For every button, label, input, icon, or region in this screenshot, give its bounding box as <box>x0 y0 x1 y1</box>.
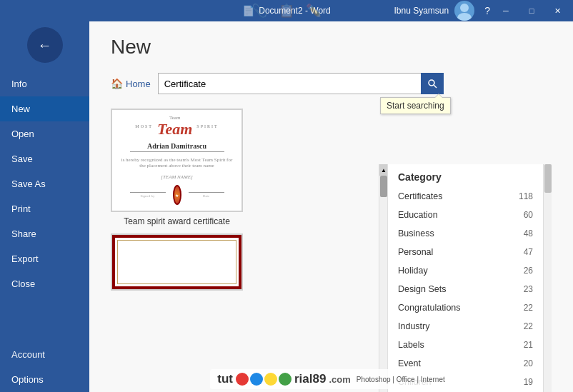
category-item-holiday[interactable]: Holiday 26 <box>388 261 543 280</box>
search-icon <box>427 79 437 89</box>
cert-team-label: Team <box>157 121 192 137</box>
category-item-business[interactable]: Business 48 <box>388 224 543 243</box>
svg-point-2 <box>429 80 434 86</box>
svg-point-1 <box>457 13 472 21</box>
category-item-labels[interactable]: Labels 21 <box>388 336 543 354</box>
search-input[interactable] <box>158 73 444 94</box>
category-name-children: Children <box>398 377 432 387</box>
search-tooltip: Start searching <box>380 97 451 114</box>
avatar <box>454 1 474 21</box>
category-name-event: Event <box>398 358 421 368</box>
category-item-designsets[interactable]: Design Sets 23 <box>388 280 543 298</box>
category-item-certificates[interactable]: Certificates 118 <box>388 187 543 206</box>
sidebar-item-options[interactable]: Options <box>0 367 89 392</box>
page-title: New <box>111 36 552 59</box>
sidebar-item-save[interactable]: Save <box>0 146 89 171</box>
restore-button[interactable]: □ <box>522 3 542 19</box>
sidebar-item-saveas[interactable]: Save As <box>0 171 89 196</box>
category-count-children: 19 <box>524 377 533 387</box>
category-title: Category <box>388 164 543 187</box>
sidebar-item-new[interactable]: New <box>0 96 89 121</box>
title-bar: 📄 Document2 - Word 📎 📋 ✏️ Ibnu Syamsun ?… <box>0 0 573 21</box>
category-name-designsets: Design Sets <box>398 284 446 294</box>
home-link[interactable]: 🏠 Home <box>111 78 151 89</box>
cert-subtitle: is hereby recognized as the team's Most … <box>118 157 236 169</box>
back-button[interactable]: ← <box>27 27 63 63</box>
cert-name: Adrian Damitrascu <box>130 142 224 152</box>
template-card-1[interactable]: MOST Team Team SPIRIT Adrian Damitrascu … <box>111 109 243 226</box>
sidebar-item-open[interactable]: Open <box>0 121 89 146</box>
category-scrollbar-area: Category Certificates 118 Education 60 B… <box>388 164 552 392</box>
category-count-congratulations: 22 <box>524 303 533 313</box>
category-count-industry: 22 <box>524 321 533 331</box>
help-icon[interactable]: ? <box>484 5 490 16</box>
category-panel: Category Certificates 118 Education 60 B… <box>387 164 552 392</box>
category-count-personal: 47 <box>524 247 533 257</box>
sidebar-item-close[interactable]: Close <box>0 271 89 296</box>
category-name-personal: Personal <box>398 247 433 257</box>
search-area: 🏠 Home Start searching <box>111 73 552 94</box>
category-count-holiday: 26 <box>524 266 533 276</box>
category-count-designsets: 23 <box>524 284 533 294</box>
home-icon: 🏠 <box>111 78 123 89</box>
cert-seal: ★ <box>173 185 181 205</box>
category-count-certificates: 118 <box>519 191 533 201</box>
category-count-education: 60 <box>524 210 533 220</box>
close-button[interactable]: ✕ <box>547 3 567 19</box>
template-label-1: Team spirit award certificate <box>111 216 243 226</box>
sidebar-item-info[interactable]: Info <box>0 71 89 96</box>
cert-most-label: MOST <box>135 124 153 129</box>
category-item-congratulations[interactable]: Congratulations 22 <box>388 298 543 317</box>
category-count-business: 48 <box>524 228 533 238</box>
back-arrow-icon: ← <box>38 37 52 54</box>
sidebar-nav: Info New Open Save Save As Print Share E… <box>0 71 89 296</box>
category-count-labels: 21 <box>524 340 533 350</box>
category-scroll-thumb[interactable] <box>544 164 552 193</box>
category-name-labels: Labels <box>398 340 424 350</box>
cert-team-name: [TEAM NAME] <box>161 174 193 180</box>
search-button[interactable] <box>421 73 444 94</box>
sidebar-item-share[interactable]: Share <box>0 221 89 246</box>
category-item-industry[interactable]: Industry 22 <box>388 317 543 336</box>
svg-point-0 <box>460 4 469 12</box>
scroll-thumb[interactable] <box>380 176 387 197</box>
category-name-business: Business <box>398 228 434 238</box>
category-name-certificates: Certificates <box>398 191 443 201</box>
template-card-2[interactable] <box>111 233 243 291</box>
main-content: New 🏠 Home Start searching <box>89 21 573 392</box>
sidebar-item-export[interactable]: Export <box>0 246 89 271</box>
category-item-personal[interactable]: Personal 47 <box>388 243 543 261</box>
minimize-button[interactable]: ─ <box>496 3 516 19</box>
template-thumb-1: MOST Team Team SPIRIT Adrian Damitrascu … <box>111 109 243 212</box>
category-scrollbar <box>543 164 552 392</box>
sidebar-item-account[interactable]: Account <box>0 342 89 367</box>
category-item-education[interactable]: Education 60 <box>388 206 543 224</box>
cert-spirit-label: SPIRIT <box>196 124 218 129</box>
category-count-event: 20 <box>524 358 533 368</box>
category-name-congratulations: Congratulations <box>398 303 461 313</box>
category-name-holiday: Holiday <box>398 266 428 276</box>
main-scrollbar: ▲ ▼ <box>379 164 387 392</box>
breadcrumb-home: Home <box>126 79 151 89</box>
category-name-education: Education <box>398 210 438 220</box>
category-item-children[interactable]: Children 19 <box>388 373 543 391</box>
tooltip-text: Start searching <box>387 101 444 111</box>
category-content: Category Certificates 118 Education 60 B… <box>388 164 543 392</box>
user-name: Ibnu Syamsun <box>394 6 449 16</box>
search-box-wrapper: Start searching <box>158 73 444 94</box>
sidebar-item-print[interactable]: Print <box>0 196 89 221</box>
category-name-industry: Industry <box>398 321 429 331</box>
category-item-event[interactable]: Event 20 <box>388 354 543 373</box>
sidebar: ← Info New Open Save Save As Print Share… <box>0 21 89 392</box>
template-thumb-2 <box>111 233 243 291</box>
svg-line-3 <box>434 85 437 88</box>
